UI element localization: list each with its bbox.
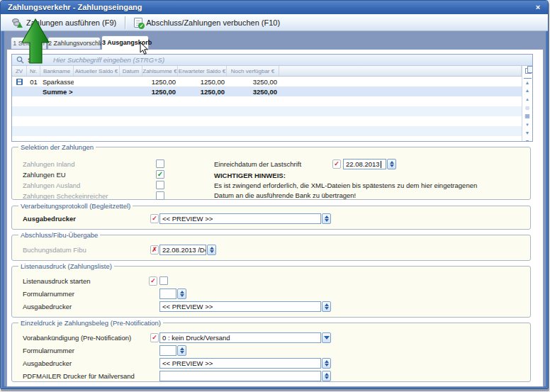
vorabankuendigung-combobox[interactable]: 0 : kein Druck/Versand (159, 332, 321, 343)
app-window: Zahlungsverkehr - Zahlungseingang × Zahl… (0, 0, 549, 389)
page-down-icon[interactable]: ▼ (524, 129, 532, 138)
column-header-erwarteter-saldo[interactable]: Erwarteter Saldo € (178, 66, 227, 76)
disk-icon (16, 79, 23, 85)
cell-aktueller-saldo (74, 77, 120, 86)
empty-row (12, 136, 522, 142)
column-header-noch-verfuegbar[interactable]: Noch verfügbar € (227, 66, 279, 76)
column-header-aktueller-saldo[interactable]: Aktueller Saldo € (74, 66, 120, 76)
toolbar: Zahlungen ausführen (F9) ✓ Abschluss/Zah… (1, 14, 548, 31)
groupbox-listenausdruck-title: Listenausdruck (Zahlungsliste) (18, 262, 114, 270)
pdfmailer-field[interactable] (159, 371, 321, 381)
payments-grid: Su Hier Suchbegriff eingeben (STRG+S) ZV… (11, 54, 533, 142)
pdfmailer-spinner[interactable] (322, 371, 331, 381)
tab-zahlungsvorschlag[interactable]: 2 Zahlungsvorschlag (47, 37, 101, 49)
sum-row: Summe > 1250,00 1250,00 3250,00 (12, 86, 522, 96)
checkbox-zahlungen-eu[interactable]: ✓ (156, 170, 164, 179)
text-caret (381, 161, 381, 168)
cell-datum (120, 77, 142, 86)
ausgabedrucker-field[interactable]: << PREVIEW >> (159, 358, 321, 369)
buchungsdatum-field[interactable]: 22.08.2013 /Do (159, 245, 206, 255)
ausgabedrucker-field[interactable]: << PREVIEW >> (159, 301, 321, 312)
scroll-top-icon[interactable]: ▲ (524, 78, 532, 86)
table-row[interactable]: 01 Sparkasse 1250,00 1250,00 3250,00 (12, 77, 522, 86)
column-header-zahlsumme[interactable]: Zahlsumme € (142, 66, 178, 76)
row-up-icon[interactable]: ▴ (524, 95, 532, 103)
red-check-flag-icon[interactable]: ✓ (149, 276, 157, 286)
sum-erwarteter-saldo: 1250,00 (178, 86, 227, 96)
empty-row (12, 116, 522, 126)
hinweis-title: WICHTIGER HINWEIS: (214, 172, 286, 179)
window-title: Zahlungsverkehr - Zahlungseingang (8, 3, 142, 11)
checkbox-label-inland: Zahlungen Inland (23, 160, 74, 168)
checkbox-zahlungen-scheckeinreicher[interactable] (156, 191, 164, 200)
cell-noch-verfuegbar: 3250,00 (227, 77, 279, 86)
sum-label: Summe > (40, 86, 74, 96)
page-up-icon[interactable]: ▲ (524, 86, 532, 95)
post-payments-button[interactable]: ✓ Abschluss/Zahlungen verbuchen (F10) (128, 16, 286, 30)
formularnummer-label: Formularnummer (23, 290, 74, 298)
column-header-zv[interactable]: ZV (12, 66, 27, 76)
ausgabedrucker-spinner[interactable] (322, 358, 331, 369)
row-down-icon[interactable]: ▾ (524, 121, 532, 129)
checkbox-label-eu: Zahlungen EU (23, 171, 66, 179)
hinweis-line1: Es ist zwingend erforderlich, die XML-Da… (214, 181, 477, 189)
ausgabedrucker-spinner[interactable] (322, 213, 331, 224)
red-check-flag-icon[interactable]: ✓ (150, 333, 159, 342)
ausgabedrucker-label: Ausgabedrucker (23, 359, 72, 367)
groupbox-selektion: Selektion der Zahlungen Zahlungen Inland… (11, 147, 531, 200)
annotation-arrow-icon (21, 18, 50, 64)
ausgabedrucker-field[interactable]: << PREVIEW >> (159, 213, 321, 224)
column-options-icon[interactable] (525, 68, 532, 74)
groupbox-einzeldruck-title: Einzeldruck je Zahlungsbeleg (Pre-Notifi… (18, 319, 163, 327)
cell-nr: 01 (27, 77, 40, 86)
toolbar-separator (125, 16, 125, 29)
groupbox-verarbeitungsprotokoll-title: Verarbeitungsprotokoll (Begleitzettel) (18, 202, 133, 210)
ausgabedrucker-spinner[interactable] (322, 301, 331, 312)
column-header-filler (279, 66, 522, 76)
scroll-bottom-icon[interactable]: ▼ (524, 138, 532, 142)
current-record-icon[interactable]: (|) (524, 103, 532, 112)
red-cross-flag-icon[interactable]: ✗ (150, 245, 159, 254)
grid-search-row[interactable]: Su Hier Suchbegriff eingeben (STRG+S) (12, 55, 532, 66)
groupbox-einzeldruck: Einzeldruck je Zahlungsbeleg (Pre-Notifi… (11, 323, 531, 382)
sum-zahlsumme: 1250,00 (142, 86, 178, 96)
buchungsdatum-label: Buchungsdatum Fibu (23, 246, 86, 254)
red-check-flag-icon[interactable]: ✓ (332, 159, 341, 169)
column-header-datum[interactable]: Datum (120, 66, 142, 76)
ausgabedrucker-label: Ausgabedrucker (23, 215, 76, 223)
einreichdatum-spinner[interactable] (387, 159, 396, 169)
close-icon[interactable]: × (532, 2, 544, 12)
cell-bankname: Sparkasse (40, 77, 74, 86)
formularnummer-spinner[interactable] (177, 345, 186, 356)
checkbox-zahlungen-inland[interactable] (156, 159, 164, 168)
post-payments-label: Abschluss/Zahlungen verbuchen (F10) (146, 18, 280, 27)
cell-erwarteter-saldo: 1250,00 (178, 77, 227, 86)
formularnummer-field[interactable] (159, 345, 176, 356)
column-header-bankname[interactable]: Bankname (40, 66, 74, 76)
groupbox-abschluss: Abschluss/Fibu-Übergabe Buchungsdatum Fi… (11, 235, 531, 261)
screen: Zahlungsverkehr - Zahlungseingang × Zahl… (0, 0, 550, 392)
empty-row (12, 126, 522, 136)
checkbox-zahlungen-ausland[interactable] (156, 181, 164, 189)
checkbox-listenausdruck-starten[interactable] (159, 276, 168, 285)
groupbox-verarbeitungsprotokoll: Verarbeitungsprotokoll (Begleitzettel) A… (11, 206, 531, 230)
buchungsdatum-spinner[interactable] (207, 245, 216, 255)
sum-noch-verfuegbar: 3250,00 (227, 86, 279, 96)
mark-records-icon[interactable]: ▦ (524, 112, 532, 121)
einreichdatum-field[interactable]: 22.08.2013 (343, 159, 386, 169)
groupbox-selektion-title: Selektion der Zahlungen (18, 143, 96, 151)
ausgabedrucker-label: Ausgabedrucker (23, 303, 72, 310)
red-check-flag-icon[interactable]: ✓ (150, 214, 159, 223)
grid-nav-strip: ▲ ▲ ▴ (|) ▦ ▾ ▼ ▼ (522, 66, 532, 142)
titlebar: Zahlungsverkehr - Zahlungseingang × (1, 1, 548, 14)
checkbox-label-ausland: Zahlungen Ausland (23, 181, 80, 189)
groupbox-abschluss-title: Abschluss/Fibu-Übergabe (18, 231, 100, 239)
column-header-nr[interactable]: Nr. (27, 66, 40, 76)
formularnummer-field[interactable] (159, 289, 176, 299)
groupbox-listenausdruck: Listenausdruck (Zahlungsliste) Listenaus… (11, 266, 531, 318)
pdfmailer-label: PDFMAILER Drucker für Mailversand (23, 372, 135, 380)
formularnummer-spinner[interactable] (177, 289, 186, 299)
listenausdruck-starten-label: Listenausdruck starten (23, 277, 91, 285)
checkbox-label-scheckeinreicher: Zahlungen Scheckeinreicher (23, 192, 108, 200)
vorabankuendigung-dropdown-icon[interactable] (322, 332, 331, 343)
